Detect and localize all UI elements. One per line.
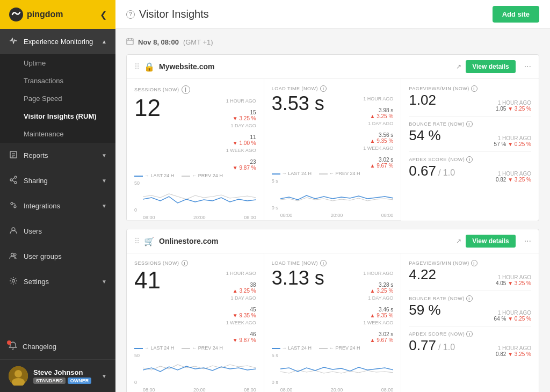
- view-details-button-1[interactable]: View details: [466, 60, 515, 73]
- sessions-value-2: 41: [134, 268, 161, 292]
- integrations-icon: [9, 201, 18, 211]
- sidebar-item-changelog[interactable]: Changelog: [0, 334, 115, 359]
- apdex-value-1: 0.67: [409, 163, 436, 179]
- page-title-area: ? Visitor Insights: [126, 8, 209, 20]
- sidebar-item-visitor-insights[interactable]: Visitor Insights (RUM): [0, 107, 115, 125]
- svg-point-5: [15, 176, 17, 178]
- experience-chevron-icon: ▲: [102, 39, 107, 45]
- chart-legend-sessions-1: → LAST 24 H ← PREV 24 H: [134, 173, 256, 178]
- sidebar-item-sharing[interactable]: Sharing ▼: [0, 168, 115, 193]
- loadtime-label-1: LOAD TIME (NOW) i: [272, 85, 394, 92]
- svg-rect-19: [127, 39, 133, 45]
- sidebar-item-maintenance[interactable]: Maintenance: [0, 125, 115, 143]
- loadtime-info-icon-1[interactable]: i: [320, 85, 327, 92]
- logo-area: pingdom ❮: [0, 0, 115, 29]
- external-link-icon-2[interactable]: ↗: [456, 237, 461, 245]
- site-card-header-2: ⠿ 🛒 Onlinestore.com ↗ View details ···: [127, 229, 539, 253]
- pulse-icon: [9, 37, 18, 47]
- user-profile[interactable]: Steve Johnson STANDARD OWNER ▼: [0, 359, 115, 392]
- badge-owner: OWNER: [68, 378, 92, 384]
- settings-chevron-icon: ▼: [102, 279, 107, 285]
- view-details-button-2[interactable]: View details: [466, 235, 515, 248]
- external-link-icon-1[interactable]: ↗: [456, 63, 461, 70]
- apdex-info-1[interactable]: i: [466, 156, 473, 163]
- date-bar: Nov 8, 08:00 (GMT +1): [126, 38, 539, 47]
- sidebar-item-pagespeed[interactable]: Page Speed: [0, 90, 115, 107]
- site-card-mywebsite: ⠿ 🔒 Mywebsite.com ↗ View details ··· SES…: [126, 54, 539, 221]
- pageviews-value-1: 1.02: [409, 92, 436, 108]
- svg-point-14: [14, 253, 16, 256]
- settings-icon: [9, 277, 18, 287]
- sidebar-item-transactions[interactable]: Transactions: [0, 72, 115, 90]
- sidebar-item-settings[interactable]: Settings ▼: [0, 269, 115, 294]
- sidebar-item-reports[interactable]: Reports ▼: [0, 143, 115, 168]
- sidebar-collapse-icon[interactable]: ❮: [100, 10, 107, 20]
- users-label: Users: [24, 227, 42, 235]
- loadtime-value-2: 3.13 s: [272, 268, 324, 288]
- pingdom-text: pingdom: [27, 10, 63, 19]
- reports-label: Reports: [24, 151, 48, 159]
- usergroups-label: User groups: [24, 252, 62, 260]
- sidebar: pingdom ❮ Experience Monitoring ▲ Uptime…: [0, 0, 115, 392]
- sessions-info-2[interactable]: i: [182, 260, 188, 266]
- loadtime-panel-1: LOAD TIME (NOW) i 3.53 s 1 HOUR AGO3.98 …: [264, 79, 402, 221]
- sharing-icon: [9, 176, 18, 186]
- reports-chevron-icon: ▼: [102, 153, 107, 158]
- add-site-button[interactable]: Add site: [493, 6, 539, 23]
- sidebar-item-integrations[interactable]: Integrations ▼: [0, 193, 115, 219]
- sidebar-item-experience-monitoring[interactable]: Experience Monitoring ▲: [0, 29, 115, 54]
- page-title: Visitor Insights: [139, 8, 209, 20]
- content-area: Nov 8, 08:00 (GMT +1) ⠿ 🔒 Mywebsite.com …: [115, 29, 550, 392]
- experience-sub-items: Uptime Transactions Page Speed Visitor I…: [0, 54, 115, 143]
- top-bar: ? Visitor Insights Add site: [115, 0, 550, 29]
- avatar: [9, 366, 28, 386]
- site-favicon-icon: 🔒: [144, 62, 155, 72]
- svg-point-15: [12, 280, 15, 282]
- more-options-button-1[interactable]: ···: [524, 62, 531, 71]
- pingdom-logo: pingdom: [9, 7, 63, 22]
- svg-line-8: [12, 178, 15, 179]
- bounce-value-1: 54 %: [409, 127, 440, 144]
- svg-point-13: [11, 253, 14, 256]
- users-icon: [9, 226, 18, 236]
- bell-icon: [9, 344, 17, 352]
- sessions-info-icon-1[interactable]: i: [182, 85, 190, 94]
- drag-handle-icon[interactable]: ⠿: [134, 62, 140, 71]
- svg-point-6: [10, 179, 12, 181]
- right-panel-2: PAGEVIEWS/MIN (NOW) i 4.22 1 HOUR AGO4.0…: [401, 253, 539, 392]
- sidebar-item-uptime[interactable]: Uptime: [0, 54, 115, 72]
- sessions-label-1: SESSIONS (NOW) i: [134, 85, 256, 94]
- sharing-label: Sharing: [24, 177, 48, 185]
- badge-standard: STANDARD: [33, 378, 66, 384]
- bounce-info-1[interactable]: i: [466, 121, 473, 127]
- changelog-label: Changelog: [23, 343, 56, 351]
- usergroups-icon: [9, 251, 18, 262]
- pv-info-2[interactable]: i: [471, 260, 477, 266]
- site-card-onlinestore: ⠿ 🛒 Onlinestore.com ↗ View details ··· S…: [126, 229, 539, 392]
- sidebar-item-usergroups[interactable]: User groups: [0, 244, 115, 269]
- bounce-rate-submetric-1: BOUNCE RATE (NOW) i 54 % 1 HOUR AGO57 % …: [409, 121, 531, 147]
- settings-label: Settings: [24, 278, 49, 286]
- sessions-value-1: 12: [134, 96, 161, 120]
- date-text: Nov 8, 08:00: [138, 38, 179, 46]
- user-info: Steve Johnson STANDARD OWNER: [33, 368, 96, 384]
- right-panel-1: PAGEVIEWS/MIN (NOW) i 1.02 1 HOUR AGO1.0…: [401, 79, 539, 221]
- site-name-1: Mywebsite.com: [159, 62, 452, 71]
- apdex-info-2[interactable]: i: [466, 331, 473, 337]
- br-info-2[interactable]: i: [466, 295, 473, 302]
- sessions-panel-2: SESSIONS (NOW) i 41 1 HOUR AGO38 ▲ 3.25 …: [127, 253, 264, 392]
- calendar-icon: [126, 38, 134, 47]
- more-options-button-2[interactable]: ···: [524, 236, 531, 246]
- sessions-panel-1: SESSIONS (NOW) i 12 1 HOUR AGO15 ▼ 3.25 …: [127, 79, 264, 221]
- pingdom-logo-icon: [9, 7, 24, 22]
- drag-handle-icon-2[interactable]: ⠿: [134, 237, 140, 245]
- sidebar-item-users[interactable]: Users: [0, 219, 115, 244]
- help-icon[interactable]: ?: [126, 10, 135, 19]
- loadtime-info-2[interactable]: i: [320, 260, 327, 266]
- sessions-comparisons-1: 1 HOUR AGO15 ▼ 3.25 % 1 DAY AGO11 ▼ 1.00…: [226, 96, 256, 171]
- pageviews-info-1[interactable]: i: [471, 85, 477, 92]
- svg-point-10: [11, 202, 13, 205]
- chart-legend-load-1: → LAST 24 H ← PREV 24 H: [272, 171, 394, 176]
- reports-icon: [9, 150, 18, 161]
- svg-point-17: [15, 370, 22, 378]
